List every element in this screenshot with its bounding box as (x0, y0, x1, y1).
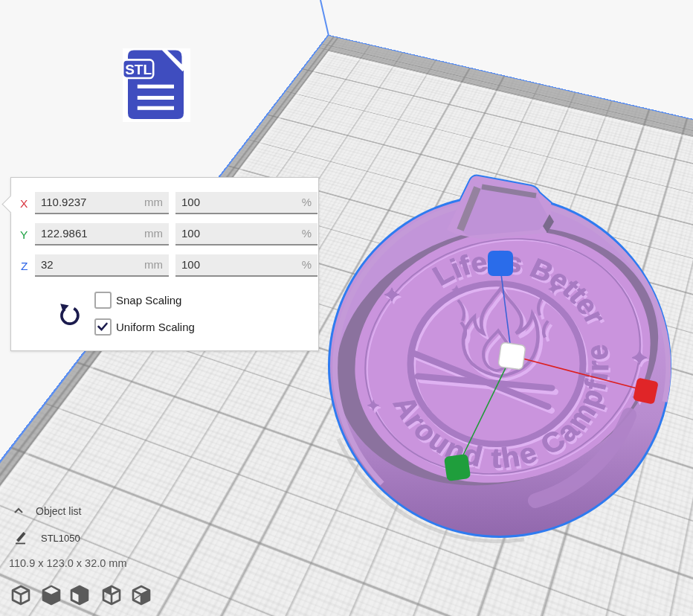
svg-text:STL: STL (125, 62, 152, 77)
